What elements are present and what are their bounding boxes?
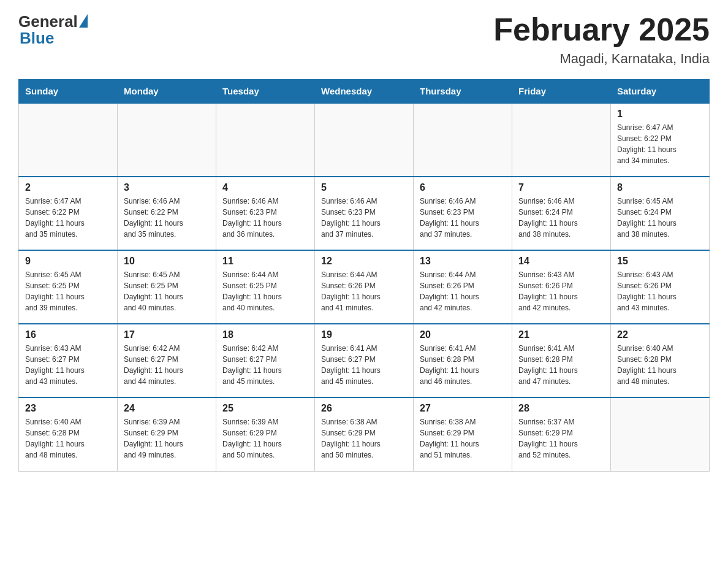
calendar-cell: 16Sunrise: 6:43 AM Sunset: 6:27 PM Dayli… <box>19 324 118 397</box>
weekday-header-sunday: Sunday <box>19 80 118 104</box>
calendar-cell: 20Sunrise: 6:41 AM Sunset: 6:28 PM Dayli… <box>414 324 512 397</box>
weekday-header-row: SundayMondayTuesdayWednesdayThursdayFrid… <box>19 80 710 104</box>
calendar-cell: 10Sunrise: 6:45 AM Sunset: 6:25 PM Dayli… <box>118 250 216 324</box>
day-info: Sunrise: 6:43 AM Sunset: 6:26 PM Dayligh… <box>617 269 703 313</box>
logo-blue-text: Blue <box>20 29 54 48</box>
logo: General Blue <box>18 12 88 48</box>
day-info: Sunrise: 6:47 AM Sunset: 6:22 PM Dayligh… <box>25 196 111 240</box>
day-info: Sunrise: 6:42 AM Sunset: 6:27 PM Dayligh… <box>124 343 210 387</box>
calendar-cell: 12Sunrise: 6:44 AM Sunset: 6:26 PM Dayli… <box>315 250 414 324</box>
calendar-cell: 8Sunrise: 6:45 AM Sunset: 6:24 PM Daylig… <box>611 177 710 250</box>
day-number: 28 <box>518 403 604 414</box>
day-info: Sunrise: 6:40 AM Sunset: 6:28 PM Dayligh… <box>617 343 703 387</box>
day-info: Sunrise: 6:40 AM Sunset: 6:28 PM Dayligh… <box>25 416 111 461</box>
day-number: 8 <box>617 182 703 193</box>
calendar-cell: 5Sunrise: 6:46 AM Sunset: 6:23 PM Daylig… <box>315 177 414 250</box>
calendar-cell: 21Sunrise: 6:41 AM Sunset: 6:28 PM Dayli… <box>512 324 611 397</box>
calendar-cell: 15Sunrise: 6:43 AM Sunset: 6:26 PM Dayli… <box>611 250 710 324</box>
day-number: 22 <box>617 329 703 340</box>
day-number: 23 <box>25 403 111 414</box>
day-info: Sunrise: 6:46 AM Sunset: 6:23 PM Dayligh… <box>420 196 506 240</box>
calendar-cell: 4Sunrise: 6:46 AM Sunset: 6:23 PM Daylig… <box>216 177 315 250</box>
day-info: Sunrise: 6:38 AM Sunset: 6:29 PM Dayligh… <box>321 416 407 461</box>
day-number: 11 <box>222 256 308 267</box>
calendar-week-row-5: 23Sunrise: 6:40 AM Sunset: 6:28 PM Dayli… <box>19 397 710 471</box>
day-number: 17 <box>124 329 210 340</box>
day-number: 7 <box>518 182 604 193</box>
day-number: 18 <box>222 329 308 340</box>
weekday-header-monday: Monday <box>118 80 216 104</box>
calendar-table: SundayMondayTuesdayWednesdayThursdayFrid… <box>18 79 710 472</box>
calendar-cell: 3Sunrise: 6:46 AM Sunset: 6:22 PM Daylig… <box>118 177 216 250</box>
day-number: 20 <box>420 329 506 340</box>
day-info: Sunrise: 6:37 AM Sunset: 6:29 PM Dayligh… <box>518 416 604 461</box>
header: General Blue February 2025 Magadi, Karna… <box>18 12 710 67</box>
month-year-title: February 2025 <box>493 12 710 47</box>
calendar-cell: 11Sunrise: 6:44 AM Sunset: 6:25 PM Dayli… <box>216 250 315 324</box>
day-info: Sunrise: 6:44 AM Sunset: 6:25 PM Dayligh… <box>222 269 308 313</box>
day-number: 13 <box>420 256 506 267</box>
day-number: 19 <box>321 329 407 340</box>
title-area: February 2025 Magadi, Karnataka, India <box>493 12 710 67</box>
day-info: Sunrise: 6:38 AM Sunset: 6:29 PM Dayligh… <box>420 416 506 461</box>
calendar-cell: 19Sunrise: 6:41 AM Sunset: 6:27 PM Dayli… <box>315 324 414 397</box>
calendar-cell: 22Sunrise: 6:40 AM Sunset: 6:28 PM Dayli… <box>611 324 710 397</box>
day-info: Sunrise: 6:44 AM Sunset: 6:26 PM Dayligh… <box>420 269 506 313</box>
day-info: Sunrise: 6:45 AM Sunset: 6:25 PM Dayligh… <box>25 269 111 313</box>
day-info: Sunrise: 6:46 AM Sunset: 6:23 PM Dayligh… <box>222 196 308 240</box>
day-number: 24 <box>124 403 210 414</box>
day-info: Sunrise: 6:41 AM Sunset: 6:28 PM Dayligh… <box>518 343 604 387</box>
day-number: 16 <box>25 329 111 340</box>
day-info: Sunrise: 6:39 AM Sunset: 6:29 PM Dayligh… <box>222 416 308 461</box>
logo-triangle-icon <box>79 14 88 28</box>
day-info: Sunrise: 6:46 AM Sunset: 6:22 PM Dayligh… <box>124 196 210 240</box>
day-info: Sunrise: 6:43 AM Sunset: 6:26 PM Dayligh… <box>518 269 604 313</box>
day-number: 4 <box>222 182 308 193</box>
calendar-cell <box>512 103 611 177</box>
calendar-cell: 9Sunrise: 6:45 AM Sunset: 6:25 PM Daylig… <box>19 250 118 324</box>
day-number: 12 <box>321 256 407 267</box>
day-info: Sunrise: 6:43 AM Sunset: 6:27 PM Dayligh… <box>25 343 111 387</box>
day-info: Sunrise: 6:46 AM Sunset: 6:23 PM Dayligh… <box>321 196 407 240</box>
calendar-cell: 14Sunrise: 6:43 AM Sunset: 6:26 PM Dayli… <box>512 250 611 324</box>
calendar-week-row-4: 16Sunrise: 6:43 AM Sunset: 6:27 PM Dayli… <box>19 324 710 397</box>
day-info: Sunrise: 6:45 AM Sunset: 6:25 PM Dayligh… <box>124 269 210 313</box>
day-info: Sunrise: 6:41 AM Sunset: 6:28 PM Dayligh… <box>420 343 506 387</box>
day-number: 25 <box>222 403 308 414</box>
calendar-cell: 6Sunrise: 6:46 AM Sunset: 6:23 PM Daylig… <box>414 177 512 250</box>
calendar-week-row-3: 9Sunrise: 6:45 AM Sunset: 6:25 PM Daylig… <box>19 250 710 324</box>
day-number: 14 <box>518 256 604 267</box>
day-info: Sunrise: 6:39 AM Sunset: 6:29 PM Dayligh… <box>124 416 210 461</box>
calendar-cell: 17Sunrise: 6:42 AM Sunset: 6:27 PM Dayli… <box>118 324 216 397</box>
day-number: 10 <box>124 256 210 267</box>
calendar-cell <box>315 103 414 177</box>
day-info: Sunrise: 6:41 AM Sunset: 6:27 PM Dayligh… <box>321 343 407 387</box>
day-number: 1 <box>617 109 703 120</box>
day-info: Sunrise: 6:47 AM Sunset: 6:22 PM Dayligh… <box>617 122 703 166</box>
calendar-cell: 13Sunrise: 6:44 AM Sunset: 6:26 PM Dayli… <box>414 250 512 324</box>
calendar-cell: 28Sunrise: 6:37 AM Sunset: 6:29 PM Dayli… <box>512 397 611 471</box>
day-number: 3 <box>124 182 210 193</box>
day-info: Sunrise: 6:46 AM Sunset: 6:24 PM Dayligh… <box>518 196 604 240</box>
day-number: 15 <box>617 256 703 267</box>
calendar-cell: 25Sunrise: 6:39 AM Sunset: 6:29 PM Dayli… <box>216 397 315 471</box>
calendar-cell <box>414 103 512 177</box>
weekday-header-tuesday: Tuesday <box>216 80 315 104</box>
day-number: 9 <box>25 256 111 267</box>
calendar-cell <box>19 103 118 177</box>
calendar-cell: 26Sunrise: 6:38 AM Sunset: 6:29 PM Dayli… <box>315 397 414 471</box>
calendar-cell: 24Sunrise: 6:39 AM Sunset: 6:29 PM Dayli… <box>118 397 216 471</box>
calendar-week-row-2: 2Sunrise: 6:47 AM Sunset: 6:22 PM Daylig… <box>19 177 710 250</box>
day-info: Sunrise: 6:42 AM Sunset: 6:27 PM Dayligh… <box>222 343 308 387</box>
day-info: Sunrise: 6:45 AM Sunset: 6:24 PM Dayligh… <box>617 196 703 240</box>
weekday-header-friday: Friday <box>512 80 611 104</box>
calendar-cell: 18Sunrise: 6:42 AM Sunset: 6:27 PM Dayli… <box>216 324 315 397</box>
day-number: 5 <box>321 182 407 193</box>
calendar-cell: 23Sunrise: 6:40 AM Sunset: 6:28 PM Dayli… <box>19 397 118 471</box>
location-subtitle: Magadi, Karnataka, India <box>493 51 710 67</box>
day-number: 26 <box>321 403 407 414</box>
calendar-cell: 2Sunrise: 6:47 AM Sunset: 6:22 PM Daylig… <box>19 177 118 250</box>
calendar-cell: 1Sunrise: 6:47 AM Sunset: 6:22 PM Daylig… <box>611 103 710 177</box>
day-number: 2 <box>25 182 111 193</box>
calendar-cell <box>611 397 710 471</box>
